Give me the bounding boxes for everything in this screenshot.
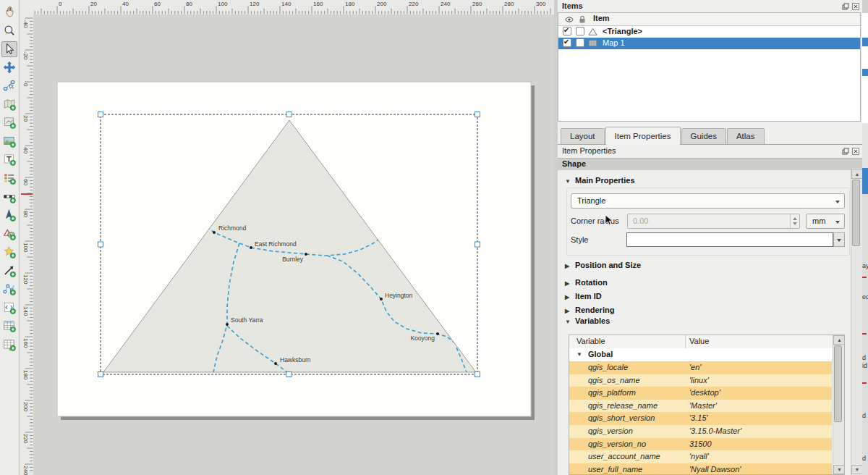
add-html-frame-tool[interactable] — [2, 300, 17, 315]
sliver-strip — [862, 168, 868, 194]
station-label: Kooyong — [410, 335, 435, 342]
item-row[interactable]: Map 1 — [558, 38, 860, 49]
add-label-tool[interactable] — [2, 152, 17, 167]
add-node-item-tool[interactable] — [2, 282, 17, 296]
corner-radius-spinbox[interactable]: 0.00 — [627, 214, 800, 229]
zoom-tool[interactable] — [2, 23, 17, 38]
section-variables[interactable]: ▼Variables — [565, 316, 610, 325]
station-dot — [436, 332, 439, 335]
add-arrow-tool[interactable] — [2, 264, 17, 278]
ruler-left-label: 200 — [22, 402, 28, 411]
variables-table[interactable]: Variable Value ▼ Global qgis_locale'en'q… — [569, 335, 845, 475]
select-move-item-tool[interactable] — [1, 41, 17, 57]
expand-arrow-icon: ▶ — [565, 263, 575, 269]
variable-row[interactable]: qgis_platform'desktop' — [569, 387, 832, 400]
tab-layout[interactable]: Layout — [561, 128, 605, 144]
add-map-tool[interactable] — [2, 97, 17, 112]
ruler-top-label: 300 — [536, 1, 545, 7]
variable-value: 'en' — [689, 363, 701, 371]
variable-row[interactable]: qgis_version_no31500 — [569, 438, 832, 451]
add-marker-tool[interactable] — [2, 245, 17, 259]
add-3d-map-tool[interactable] — [2, 115, 17, 130]
items-float-button[interactable] — [841, 2, 849, 10]
selection-handle — [98, 372, 103, 377]
style-dropdown-button[interactable] — [833, 232, 845, 247]
right-dock: Items Item <Triangle>Map 1 LayoutItem Pr… — [558, 0, 862, 475]
section-item-id[interactable]: ▶Item ID — [565, 292, 602, 300]
variable-row[interactable]: qgis_release_name'Master' — [569, 400, 832, 413]
variable-name: user_account_name — [588, 452, 660, 461]
background-window-sliver: ayeddiddd — [862, 0, 868, 475]
variable-row[interactable]: qgis_version'3.15.0-Master' — [569, 425, 832, 438]
panel-scrollbar[interactable]: ▲ ▼ — [851, 169, 863, 475]
items-list[interactable]: Item <Triangle>Map 1 — [558, 12, 861, 122]
add-legend-tool[interactable] — [2, 171, 17, 185]
variable-row[interactable]: qgis_locale'en' — [569, 361, 832, 374]
items-list-header: Item — [558, 13, 860, 26]
sliver-text-fragment: id — [862, 362, 867, 369]
ruler-top-label: 280 — [504, 1, 514, 7]
variables-group-global[interactable]: ▼ Global — [569, 348, 844, 361]
add-north-arrow-tool[interactable] — [2, 208, 17, 222]
visibility-checkbox[interactable] — [563, 38, 571, 47]
shape-type-combobox[interactable]: Triangle — [571, 193, 845, 209]
variable-row[interactable]: user_account_name'nyall' — [569, 450, 832, 463]
props-close-button[interactable] — [851, 147, 859, 155]
variable-row[interactable]: qgis_short_version'3.15' — [569, 412, 832, 425]
variable-row[interactable]: user_full_name'Nyall Dawson' — [569, 463, 832, 475]
expand-arrow-icon: ▶ — [565, 294, 575, 300]
scroll-down-button[interactable]: ▼ — [851, 465, 863, 474]
expand-arrow-icon: ▶ — [565, 280, 575, 287]
tab-item-properties[interactable]: Item Properties — [605, 127, 681, 145]
scroll-up-button[interactable]: ▲ — [851, 169, 863, 179]
layout-toolbox — [0, 0, 20, 475]
pan-tool[interactable] — [2, 4, 17, 19]
section-main-properties[interactable]: ▼Main Properties — [565, 176, 635, 185]
variable-value: 'nyall' — [689, 452, 709, 461]
add-picture-tool[interactable] — [2, 134, 17, 148]
items-panel-title: Items — [562, 1, 583, 10]
scroll-down-button[interactable]: ▼ — [833, 465, 845, 474]
lock-checkbox[interactable] — [576, 38, 584, 47]
variables-table-scrollbar[interactable]: ▲ ▼ — [833, 335, 845, 474]
shape-header-label: Shape — [562, 159, 586, 168]
items-close-button[interactable] — [851, 2, 859, 10]
ruler-left-label: 120 — [22, 274, 28, 284]
tab-guides[interactable]: Guides — [681, 128, 726, 144]
station-dot — [226, 323, 229, 326]
shape-type-value: Triangle — [577, 196, 605, 205]
props-float-button[interactable] — [841, 147, 849, 155]
edit-nodes-item-tool[interactable] — [2, 78, 17, 93]
sliver-text-fragment: ay — [862, 262, 868, 269]
ruler-top-label: 260 — [472, 1, 482, 7]
add-scalebar-tool[interactable] — [2, 190, 17, 204]
section-rendering[interactable]: ▶Rendering — [565, 306, 614, 314]
variables-group-label: Global — [588, 350, 613, 358]
item-row[interactable]: <Triangle> — [558, 26, 860, 38]
map-icon — [588, 38, 598, 49]
section-rotation[interactable]: ▶Rotation — [565, 278, 608, 287]
add-fixed-table-tool[interactable] — [2, 337, 17, 352]
station-label: Richmond — [218, 224, 247, 232]
variable-row[interactable]: qgis_os_name'linux' — [569, 374, 832, 387]
tab-atlas[interactable]: Atlas — [727, 128, 765, 144]
lock-checkbox[interactable] — [576, 27, 584, 35]
move-item-content-tool[interactable] — [2, 60, 17, 75]
variable-name: qgis_release_name — [588, 401, 658, 410]
layout-canvas[interactable]: RichmondEast RichmondBurnleyHeyingtonSou… — [33, 14, 554, 475]
add-attribute-table-tool[interactable] — [2, 319, 17, 333]
selection-handle — [286, 112, 292, 117]
station-label: Hawksburn — [280, 356, 311, 363]
variable-value: 'Nyall Dawson' — [689, 465, 741, 474]
section-position-and-size[interactable]: ▶Position and Size — [565, 261, 641, 269]
station-dot — [274, 362, 277, 365]
visibility-checkbox[interactable] — [563, 27, 571, 35]
chevron-down-icon — [835, 221, 840, 224]
variables-table-header: Variable Value — [569, 335, 844, 349]
scroll-up-button[interactable]: ▲ — [833, 335, 845, 345]
unit-combobox[interactable]: mm — [806, 214, 845, 229]
style-preview-button[interactable] — [626, 232, 833, 247]
ruler-top-label: 240 — [441, 1, 450, 7]
spinner-buttons[interactable] — [790, 214, 799, 228]
add-shape-tool[interactable] — [2, 227, 17, 241]
